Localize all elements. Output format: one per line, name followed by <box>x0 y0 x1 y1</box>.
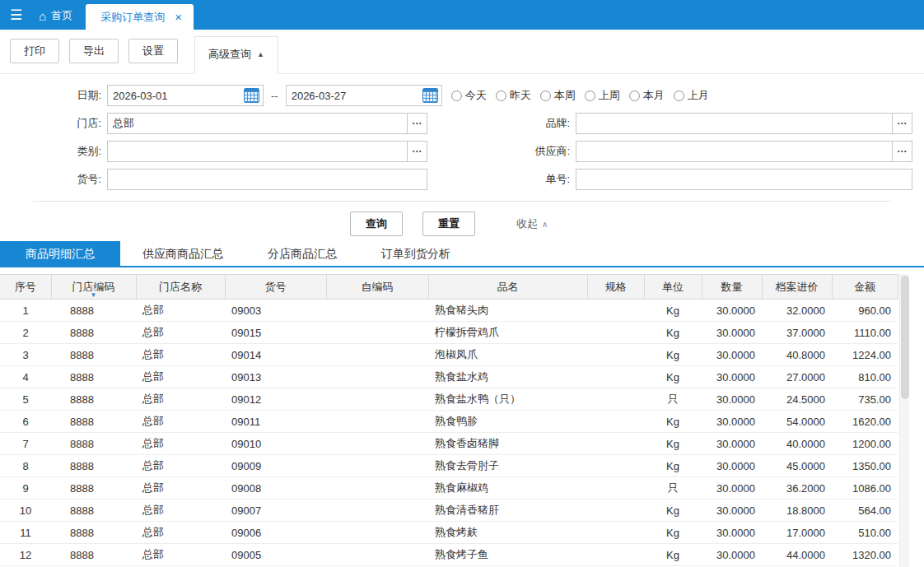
collapse-caret-icon: ∧ <box>542 220 548 229</box>
cell-store-code: 8888 <box>51 411 136 433</box>
cell-custom-code <box>326 522 428 544</box>
cell-product-name: 熟食麻椒鸡 <box>428 477 587 500</box>
col-header-unit[interactable]: 单位 <box>644 275 702 300</box>
col-header-store-name[interactable]: 门店名称 <box>136 275 225 300</box>
table-row[interactable]: 2 8888 总部 09015 柠檬拆骨鸡爪 Kg 30.0000 37.000… <box>0 322 898 344</box>
caret-up-icon: ▲ <box>257 50 264 58</box>
table-row[interactable]: 1 8888 总部 09003 熟食猪头肉 Kg 30.0000 32.0000… <box>0 300 898 322</box>
table-row[interactable]: 9 8888 总部 09008 熟食麻椒鸡 只 30.0000 36.2000 … <box>0 477 898 500</box>
item-no-input[interactable] <box>107 169 427 190</box>
store-picker-button[interactable]: ··· <box>407 113 427 134</box>
cell-custom-code <box>326 477 428 500</box>
cell-store-code: 8888 <box>51 300 136 322</box>
cell-store-code: 8888 <box>51 522 136 544</box>
query-button[interactable]: 查询 <box>350 211 403 236</box>
quick-range-yesterday[interactable]: 昨天 <box>496 88 531 103</box>
menu-icon[interactable]: ☰ <box>10 7 22 24</box>
tab-order-arrival-analysis[interactable]: 订单到货分析 <box>359 241 473 266</box>
top-bar: ☰ ⌂ 首页 采购订单查询 × <box>0 0 924 30</box>
quick-range-this-month[interactable]: 本月 <box>629 88 665 103</box>
tab-supplier-goods-summary[interactable]: 供应商商品汇总 <box>120 241 245 266</box>
table-row[interactable]: 8 8888 总部 09009 熟食去骨肘子 Kg 30.0000 45.000… <box>0 455 898 477</box>
table-row[interactable]: 10 8888 总部 09007 熟食清香猪肝 Kg 30.0000 18.80… <box>0 500 898 522</box>
date-from-input[interactable] <box>107 85 264 106</box>
quick-range-this-week[interactable]: 本周 <box>540 88 576 103</box>
export-button[interactable]: 导出 <box>69 39 119 63</box>
tab-branch-goods-summary[interactable]: 分店商品汇总 <box>245 241 359 266</box>
scrollbar-thumb[interactable] <box>901 276 909 399</box>
cell-unit: Kg <box>644 500 702 522</box>
category-input[interactable] <box>107 141 408 162</box>
cell-store-name: 总部 <box>136 500 225 522</box>
cell-qty: 30.0000 <box>702 322 762 344</box>
category-picker-button[interactable]: ··· <box>407 141 427 162</box>
table-row[interactable]: 5 8888 总部 09012 熟食盐水鸭（只） 只 30.0000 24.50… <box>0 388 898 411</box>
result-table-area: 序号 门店编码 ▼ 门店名称 货号 自编码 品名 规格 单位 数量 档案进价 金… <box>0 274 924 567</box>
cell-item-no: 09014 <box>225 344 326 366</box>
date-to-input[interactable] <box>286 85 442 106</box>
page-tab-purchase-order-query[interactable]: 采购订单查询 × <box>86 4 194 30</box>
store-input[interactable] <box>107 113 408 134</box>
cell-qty: 30.0000 <box>702 388 762 411</box>
col-header-price[interactable]: 档案进价 <box>762 275 832 300</box>
close-icon[interactable]: × <box>175 11 182 23</box>
col-header-spec[interactable]: 规格 <box>587 275 644 300</box>
radio-icon <box>496 91 506 101</box>
col-header-qty[interactable]: 数量 <box>702 275 762 300</box>
cell-qty: 30.0000 <box>702 366 762 388</box>
col-header-product-name[interactable]: 品名 <box>428 275 587 300</box>
table-row[interactable]: 7 8888 总部 09010 熟食香卤猪脚 Kg 30.0000 40.000… <box>0 433 898 455</box>
cell-seq: 10 <box>0 500 51 522</box>
radio-icon <box>540 91 551 101</box>
cell-custom-code <box>326 344 428 366</box>
cell-price: 18.8000 <box>762 500 832 522</box>
category-label: 类别: <box>0 144 107 159</box>
table-row[interactable]: 4 8888 总部 09013 熟食盐水鸡 Kg 30.0000 27.0000… <box>0 366 898 388</box>
cell-item-no: 09012 <box>225 388 326 411</box>
nav-home[interactable]: ⌂ 首页 <box>39 8 72 23</box>
col-header-seq[interactable]: 序号 <box>0 275 51 300</box>
cell-store-code: 8888 <box>51 477 136 500</box>
col-header-custom-code[interactable]: 自编码 <box>326 275 428 300</box>
filter-row-store-brand: 门店: ··· 品牌: ··· <box>0 113 924 134</box>
cell-store-name: 总部 <box>136 411 225 433</box>
quick-range-today[interactable]: 今天 <box>451 88 487 103</box>
cell-store-name: 总部 <box>136 322 225 344</box>
quick-range-last-week[interactable]: 上周 <box>585 88 620 103</box>
quick-range-label: 本周 <box>554 88 576 103</box>
quick-range-label: 上周 <box>599 88 620 103</box>
supplier-input[interactable] <box>576 141 893 162</box>
cell-qty: 30.0000 <box>702 522 762 544</box>
cell-store-name: 总部 <box>136 544 225 566</box>
table-body: 1 8888 总部 09003 熟食猪头肉 Kg 30.0000 32.0000… <box>0 300 898 566</box>
quick-range-last-month[interactable]: 上月 <box>674 88 709 103</box>
table-row[interactable]: 3 8888 总部 09014 泡椒凤爪 Kg 30.0000 40.8000 … <box>0 344 898 366</box>
supplier-picker-button[interactable]: ··· <box>892 141 912 162</box>
date-range-separator: -- <box>271 90 278 102</box>
filter-row-category-supplier: 类别: ··· 供应商: ··· <box>0 141 924 162</box>
table-row[interactable]: 6 8888 总部 09011 熟食鸭胗 Kg 30.0000 54.0000 … <box>0 411 898 433</box>
vertical-scrollbar[interactable] <box>899 274 909 567</box>
advanced-query-button[interactable]: 高级查询 ▲ <box>194 36 278 74</box>
order-no-input[interactable] <box>576 169 912 190</box>
table-row[interactable]: 11 8888 总部 09006 熟食烤麸 Kg 30.0000 17.0000… <box>0 522 898 544</box>
tab-goods-detail-summary[interactable]: 商品明细汇总 <box>0 241 120 266</box>
brand-picker-button[interactable]: ··· <box>892 113 912 134</box>
cell-price: 24.5000 <box>762 388 832 411</box>
quick-range-label: 昨天 <box>510 88 531 103</box>
print-button[interactable]: 打印 <box>10 39 59 63</box>
settings-button[interactable]: 设置 <box>128 39 178 63</box>
reset-button[interactable]: 重置 <box>422 211 475 236</box>
table-row[interactable]: 12 8888 总部 09005 熟食烤子鱼 Kg 30.0000 44.000… <box>0 544 898 566</box>
cell-custom-code <box>326 544 428 566</box>
calendar-icon[interactable] <box>422 88 438 103</box>
cell-store-code: 8888 <box>51 366 136 388</box>
col-header-store-code[interactable]: 门店编码 ▼ <box>51 275 136 300</box>
col-header-amount[interactable]: 金额 <box>832 275 898 300</box>
collapse-panel-link[interactable]: 收起 ∧ <box>516 216 548 231</box>
cell-spec <box>587 322 644 344</box>
calendar-icon[interactable] <box>244 88 259 103</box>
result-tabbar: 商品明细汇总 供应商商品汇总 分店商品汇总 订单到货分析 <box>0 241 924 267</box>
brand-input[interactable] <box>576 113 893 134</box>
col-header-item-no[interactable]: 货号 <box>225 275 326 300</box>
